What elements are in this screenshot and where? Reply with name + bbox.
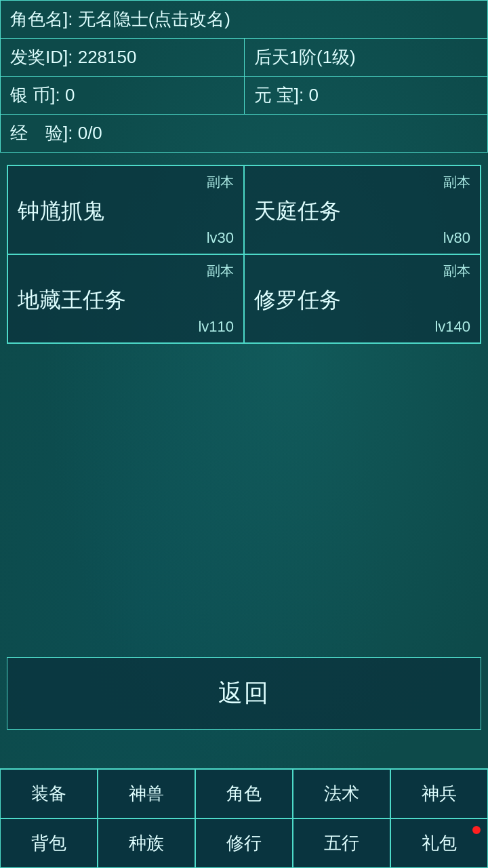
dungeon-cell-2[interactable]: 副本 地藏王任务 lv110 (7, 254, 244, 343)
red-dot-icon (472, 826, 481, 834)
dungeon-name: 地藏王任务 (18, 285, 234, 315)
silver-cell: 银 币]: 0 (1, 77, 245, 114)
char-name-row[interactable]: 角色名]: 无名隐士(点击改名) (1, 1, 487, 39)
dungeon-section: 副本 钟馗抓鬼 lv30 副本 天庭任务 lv80 副本 地藏王任务 lv110… (7, 165, 481, 344)
dungeon-tag: 副本 (18, 173, 234, 191)
nav-btn-row2-2[interactable]: 修行 (195, 818, 293, 868)
dungeon-name: 修罗任务 (254, 285, 470, 315)
char-name-label: 角色名]: 无名隐士(点击改名) (10, 9, 230, 29)
dungeon-level: lv110 (18, 318, 234, 336)
gem-cell: 元 宝]: 0 (245, 77, 488, 114)
dungeon-name: 天庭任务 (254, 197, 470, 226)
nav-btn-row1-1[interactable]: 神兽 (98, 769, 195, 818)
nav-btn-row1-3[interactable]: 法术 (293, 769, 390, 818)
exp-cell: 经 验]: 0/0 (1, 115, 487, 152)
dungeon-name: 钟馗抓鬼 (18, 197, 234, 226)
bottom-nav: 装备神兽角色法术神兵 背包种族修行五行礼包 (0, 768, 488, 868)
nav-btn-row2-3[interactable]: 五行 (293, 818, 390, 868)
dungeon-tag: 副本 (254, 262, 470, 280)
dungeon-tag: 副本 (254, 173, 470, 191)
dungeon-tag: 副本 (18, 262, 234, 280)
dungeon-level: lv80 (254, 229, 470, 247)
realm-cell: 后天1阶(1级) (245, 39, 488, 76)
dungeon-cell-3[interactable]: 副本 修罗任务 lv140 (244, 254, 481, 343)
award-id-cell: 发奖ID]: 228150 (1, 39, 245, 76)
nav-btn-row1-4[interactable]: 神兵 (390, 769, 488, 818)
dungeon-level: lv140 (254, 318, 470, 336)
dungeon-level: lv30 (18, 229, 234, 247)
dungeon-cell-0[interactable]: 副本 钟馗抓鬼 lv30 (7, 165, 244, 254)
return-button[interactable]: 返回 (7, 657, 481, 730)
nav-btn-row2-4[interactable]: 礼包 (390, 818, 488, 868)
nav-btn-row2-1[interactable]: 种族 (98, 818, 195, 868)
nav-btn-row1-2[interactable]: 角色 (195, 769, 293, 818)
nav-btn-row1-0[interactable]: 装备 (0, 769, 98, 818)
middle-area (0, 356, 488, 650)
return-section: 返回 (7, 657, 481, 730)
nav-btn-row2-0[interactable]: 背包 (0, 818, 98, 868)
dungeon-cell-1[interactable]: 副本 天庭任务 lv80 (244, 165, 481, 254)
